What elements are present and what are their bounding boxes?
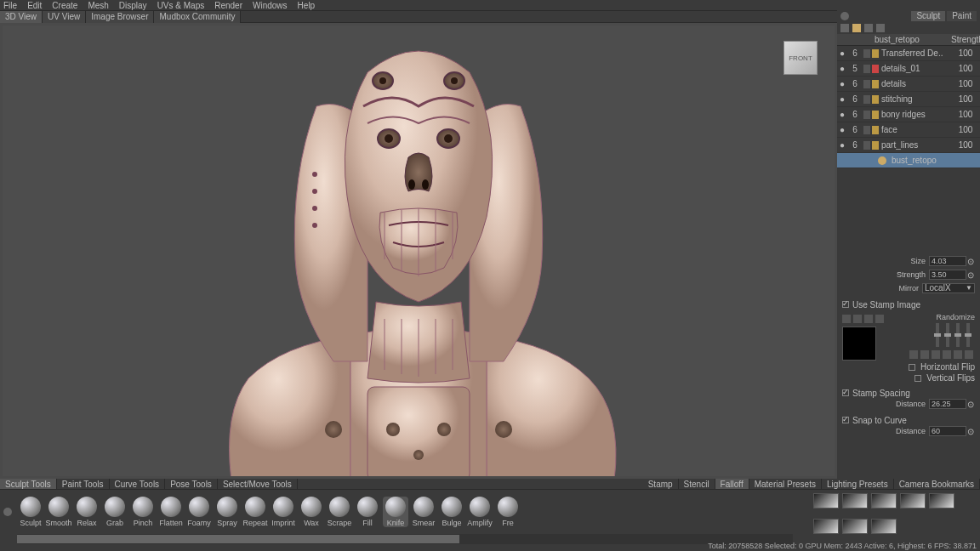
layer-row[interactable]: ●6Transferred De..100: [837, 46, 980, 61]
delete-layer-icon[interactable]: [864, 24, 873, 32]
tool-pinch[interactable]: Pinch: [130, 497, 156, 527]
menu-create[interactable]: Create: [52, 1, 77, 10]
use-stamp-checkbox[interactable]: [842, 301, 849, 308]
layer-toggle-icon[interactable]: [863, 111, 870, 119]
strength-reset-icon[interactable]: ⊙: [966, 270, 975, 280]
layer-row[interactable]: ●6bony ridges100: [837, 107, 980, 122]
layer-header-name[interactable]: bust_retopo: [871, 35, 951, 44]
menu-file[interactable]: File: [3, 1, 17, 10]
layer-visibility-icon[interactable]: ●: [837, 125, 847, 134]
layer-toggle-icon[interactable]: [863, 126, 870, 134]
shelf-scrollbar[interactable]: [17, 534, 793, 544]
stamp-grid-icon[interactable]: [864, 315, 873, 323]
layer-visibility-icon[interactable]: ●: [837, 94, 847, 104]
tool-sculpt[interactable]: Sculpt: [18, 497, 43, 527]
tool-grab[interactable]: Grab: [102, 497, 128, 527]
snap-curve-checkbox[interactable]: [842, 417, 849, 423]
layer-row-base[interactable]: bust_retopo: [837, 153, 980, 168]
layer-row[interactable]: ●6details100: [837, 77, 980, 92]
layer-color-icon[interactable]: [872, 126, 879, 134]
falloff-preset-6[interactable]: [842, 519, 868, 534]
view-cube[interactable]: FRONT: [783, 41, 818, 75]
layer-row[interactable]: ●5details_01100: [837, 61, 980, 77]
layer-toggle-icon[interactable]: [863, 80, 870, 88]
layer-toggle-icon[interactable]: [863, 49, 870, 58]
menu-windows[interactable]: Windows: [253, 1, 288, 10]
distance1-input[interactable]: 26.25: [929, 399, 966, 409]
stamp-spacing-checkbox[interactable]: [842, 389, 849, 396]
layer-strength[interactable]: 100: [951, 48, 980, 58]
tool-repeat[interactable]: Repeat: [242, 497, 268, 527]
tool-fill[interactable]: Fill: [355, 497, 380, 527]
falloff-preset-1[interactable]: [842, 493, 868, 508]
tool-tab-curvetools[interactable]: Curve Tools: [110, 479, 166, 489]
mirror-select[interactable]: LocalX▼: [922, 283, 975, 293]
rand-icon-1[interactable]: [909, 350, 918, 359]
menu-edit[interactable]: Edit: [27, 1, 42, 10]
rand-icon-6[interactable]: [965, 350, 973, 359]
shelf-help-icon[interactable]: [3, 508, 12, 516]
menu-help[interactable]: Help: [298, 1, 316, 10]
strength-input[interactable]: 3.50: [929, 270, 966, 280]
tool-smooth[interactable]: Smooth: [46, 497, 71, 527]
tool-foamy[interactable]: Foamy: [186, 497, 212, 527]
stamp-opts-icon[interactable]: [875, 315, 884, 323]
layer-visibility-icon[interactable]: ●: [837, 48, 847, 58]
tool-tab-painttools[interactable]: Paint Tools: [57, 479, 110, 489]
view-tab-uvview[interactable]: UV View: [43, 11, 86, 23]
stamp-preview[interactable]: [842, 327, 876, 361]
falloff-preset-7[interactable]: [871, 519, 897, 534]
random-slider-2[interactable]: [946, 323, 949, 347]
preset-tab-stencil[interactable]: Stencil: [679, 479, 715, 489]
viewport-3d[interactable]: FRONT: [3, 26, 835, 476]
distance2-reset-icon[interactable]: ⊙: [966, 427, 975, 436]
preset-tab-camerabookmarks[interactable]: Camera Bookmarks: [894, 479, 980, 489]
new-layer-icon[interactable]: [840, 24, 849, 32]
menu-uvsmaps[interactable]: UVs & Maps: [157, 1, 205, 10]
layer-strength[interactable]: 100: [951, 140, 980, 150]
tool-tab-posetools[interactable]: Pose Tools: [165, 479, 218, 489]
layer-strength[interactable]: 100: [951, 94, 980, 104]
folder-icon[interactable]: [852, 24, 861, 32]
layer-color-icon[interactable]: [872, 80, 879, 88]
tool-knife[interactable]: Knife: [383, 497, 408, 527]
tool-spray[interactable]: Spray: [214, 497, 240, 527]
layer-toggle-icon[interactable]: [863, 95, 870, 104]
layer-toggle-icon[interactable]: [863, 141, 870, 150]
view-tab-mudboxcommunity[interactable]: Mudbox Community: [154, 11, 241, 23]
menu-display[interactable]: Display: [119, 1, 147, 10]
tool-amplify[interactable]: Amplify: [467, 497, 493, 527]
tool-tab-selectmovetools[interactable]: Select/Move Tools: [218, 479, 298, 489]
layer-color-icon[interactable]: [872, 65, 879, 73]
distance2-input[interactable]: 60: [929, 426, 966, 436]
size-input[interactable]: 4.03: [929, 256, 966, 266]
tool-flatten[interactable]: Flatten: [158, 497, 184, 527]
falloff-preset-0[interactable]: [813, 493, 839, 508]
tool-smear[interactable]: Smear: [411, 497, 436, 527]
layer-color-icon[interactable]: [872, 141, 879, 150]
layer-color-icon[interactable]: [872, 111, 879, 119]
layer-color-icon[interactable]: [872, 49, 879, 58]
mode-tab-paint[interactable]: Paint: [947, 11, 977, 21]
layer-row[interactable]: ●6part_lines100: [837, 138, 980, 153]
distance1-reset-icon[interactable]: ⊙: [966, 400, 975, 409]
mode-tab-sculpt[interactable]: Sculpt: [911, 11, 945, 21]
falloff-preset-5[interactable]: [813, 519, 839, 534]
preset-tab-lightingpresets[interactable]: Lighting Presets: [822, 479, 894, 489]
falloff-preset-4[interactable]: [929, 493, 954, 508]
size-reset-icon[interactable]: ⊙: [966, 257, 975, 266]
random-slider-4[interactable]: [966, 323, 970, 347]
tool-bulge[interactable]: Bulge: [439, 497, 464, 527]
stamp-rotate-icon[interactable]: [853, 315, 862, 323]
preset-tab-materialpresets[interactable]: Material Presets: [749, 479, 822, 489]
view-tab-dview[interactable]: 3D View: [0, 11, 43, 23]
preset-tab-stamp[interactable]: Stamp: [643, 479, 679, 489]
tool-tab-sculpttools[interactable]: Sculpt Tools: [0, 479, 57, 489]
layer-visibility-icon[interactable]: ●: [837, 64, 847, 73]
view-tab-imagebrowser[interactable]: Image Browser: [86, 11, 154, 23]
hflip-checkbox[interactable]: [909, 364, 915, 371]
layer-toggle-icon[interactable]: [863, 65, 870, 73]
tool-scrape[interactable]: Scrape: [327, 497, 352, 527]
falloff-preset-2[interactable]: [871, 493, 897, 508]
rand-icon-5[interactable]: [954, 350, 962, 359]
